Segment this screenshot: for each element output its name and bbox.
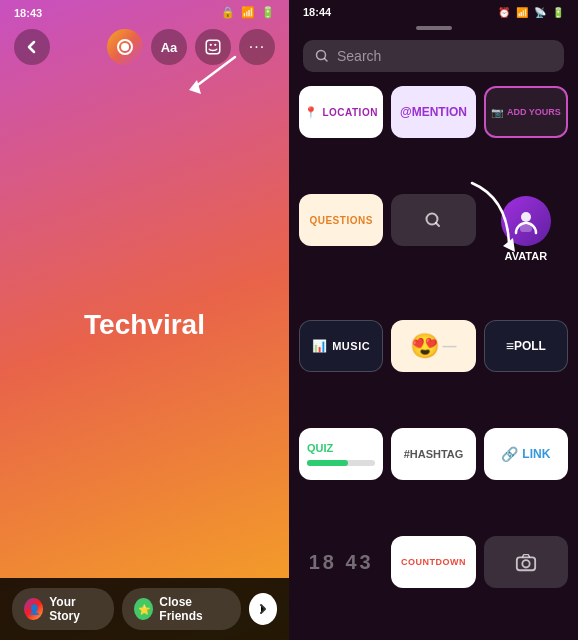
bottom-bar-left: 👤 Your Story ⭐ Close Friends (0, 578, 289, 640)
sticker-camera[interactable] (484, 536, 568, 588)
stickers-grid: 📍 LOCATION @MENTION 📷 ADD YOURS QUESTION… (289, 82, 578, 640)
music-bars-icon: 📊 (312, 339, 327, 353)
music-label: MUSIC (332, 340, 370, 352)
battery-icon: 🔋 (261, 6, 275, 19)
search-placeholder: Search (337, 48, 381, 64)
sticker-avatar[interactable]: AVATAR (484, 194, 568, 264)
status-bar-right: 18:44 ⏰ 📶 📡 🔋 (289, 0, 578, 22)
alarm-icon: ⏰ (498, 7, 510, 18)
next-button[interactable] (249, 593, 277, 625)
sticker-quiz[interactable]: QUIZ (299, 428, 383, 480)
poll-lines-icon: ≡ (506, 338, 514, 354)
top-toolbar: Aa ··· (0, 23, 289, 71)
your-story-button[interactable]: 👤 Your Story (12, 588, 114, 630)
toolbar-icons: Aa ··· (107, 29, 275, 65)
sticker-countdown[interactable]: COUNTDOWN (391, 536, 475, 588)
svg-point-3 (210, 44, 212, 46)
camera-sticker-icon (515, 551, 537, 573)
svg-point-4 (214, 44, 216, 46)
more-dots: ··· (249, 38, 265, 56)
emoji-dash: — (442, 338, 456, 354)
numbers-overlay-label: 18 43 (309, 551, 374, 574)
link-icon: 🔗 (501, 446, 518, 462)
search-icon (315, 49, 329, 63)
story-title: Techviral (84, 309, 205, 341)
svg-point-1 (121, 43, 129, 51)
svg-rect-10 (520, 225, 532, 232)
link-label: LINK (522, 447, 550, 461)
close-friends-button[interactable]: ⭐ Close Friends (122, 588, 241, 630)
location-pin-icon: 📍 (304, 106, 318, 119)
hashtag-label: #HASHTAG (404, 448, 464, 460)
svg-point-12 (522, 560, 529, 567)
addyours-label: ADD YOURS (507, 107, 561, 117)
quiz-label: QUIZ (307, 442, 375, 454)
svg-point-9 (521, 212, 531, 222)
text-button[interactable]: Aa (151, 29, 187, 65)
signal-icon: 📶 (516, 7, 528, 18)
your-story-icon: 👤 (24, 598, 43, 620)
close-friends-label: Close Friends (159, 595, 228, 623)
sticker-emoji[interactable]: 😍 — (391, 320, 475, 372)
right-panel: 18:44 ⏰ 📶 📡 🔋 Search 📍 LOCATION @MENTION… (289, 0, 578, 640)
sticker-button[interactable] (195, 29, 231, 65)
svg-rect-2 (206, 40, 220, 54)
drag-handle (416, 26, 452, 30)
questions-label: QUESTIONS (309, 215, 372, 226)
story-content: Techviral (0, 71, 289, 578)
sticker-hashtag[interactable]: #HASHTAG (391, 428, 475, 480)
sticker-numbers[interactable]: 18 43 (299, 536, 383, 588)
location-label: LOCATION (322, 107, 377, 118)
sticker-music[interactable]: 📊 MUSIC (299, 320, 383, 372)
sticker-link[interactable]: 🔗 LINK (484, 428, 568, 480)
time-left: 18:43 (14, 7, 42, 19)
countdown-label: COUNTDOWN (401, 557, 466, 567)
sticker-mention[interactable]: @MENTION (391, 86, 475, 138)
sticker-addyours[interactable]: 📷 ADD YOURS (484, 86, 568, 138)
time-right: 18:44 (303, 6, 331, 18)
sticker-location[interactable]: 📍 LOCATION (299, 86, 383, 138)
mention-label: @MENTION (400, 105, 467, 119)
poll-label: POLL (514, 339, 546, 353)
battery-icon-right: 🔋 (552, 7, 564, 18)
emoji-face-icon: 😍 (410, 332, 440, 360)
text-label: Aa (161, 40, 178, 55)
your-story-label: Your Story (49, 595, 102, 623)
wifi-icon: 📶 (241, 6, 255, 19)
status-bar-left: 18:43 🔒 📶 🔋 (0, 0, 289, 23)
avatar-icon-circle (501, 196, 551, 246)
more-button[interactable]: ··· (239, 29, 275, 65)
lock-icon: 🔒 (221, 6, 235, 19)
sticker-search-box[interactable] (391, 194, 475, 246)
close-friends-icon: ⭐ (134, 598, 153, 620)
quiz-bar-bg (307, 460, 375, 466)
quiz-bar-fill (307, 460, 348, 466)
back-button[interactable] (14, 29, 50, 65)
search-sticker-icon (424, 211, 442, 229)
left-panel: 18:43 🔒 📶 🔋 Aa (0, 0, 289, 640)
wifi-icon-right: 📡 (534, 7, 546, 18)
camera-small-icon: 📷 (491, 107, 503, 118)
search-bar[interactable]: Search (303, 40, 564, 72)
color-picker-button[interactable] (107, 29, 143, 65)
sticker-questions[interactable]: QUESTIONS (299, 194, 383, 246)
sticker-poll[interactable]: ≡ POLL (484, 320, 568, 372)
avatar-label: AVATAR (505, 250, 548, 262)
avatar-face-icon (512, 207, 540, 235)
